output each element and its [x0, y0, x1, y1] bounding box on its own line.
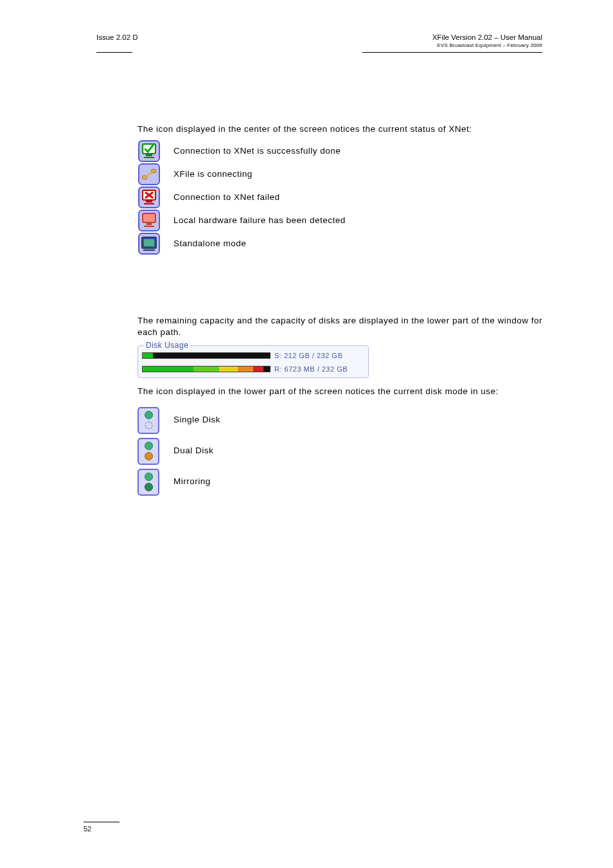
xnet-failed-icon — [138, 186, 161, 208]
disk-gauge-s — [142, 352, 271, 359]
status-intro-text: The icon displayed in the center of the … — [138, 123, 542, 135]
status-label: Standalone mode — [173, 238, 542, 249]
disk-usage-panel: Disk Usage S: 212 GB / 232 GB R: 6723 M — [138, 345, 369, 379]
disk-mode-label: Dual Disk — [173, 445, 542, 457]
hardware-failure-icon — [138, 210, 161, 231]
status-row-connecting: XFile is connecting — [138, 163, 542, 185]
svg-rect-11 — [144, 203, 154, 204]
disk-mode-label: Mirroring — [173, 476, 542, 487]
svg-rect-2 — [146, 154, 152, 156]
diskmode-intro-text: The icon displayed in the lower part of … — [138, 386, 542, 397]
doc-title: XFile Version 2.02 – User Manual — [432, 33, 542, 41]
page-header: Issue 2.02 D XFile Version 2.02 – User M… — [96, 33, 542, 48]
status-row-standalone: Standalone mode — [138, 233, 542, 255]
status-label: Local hardware failure has been detected — [173, 215, 542, 226]
disk-usage-row: R: 6723 MB / 232 GB — [142, 365, 364, 374]
disk-usage-value: R: 6723 MB / 232 GB — [274, 365, 348, 374]
svg-rect-10 — [146, 201, 152, 203]
disk-mode-single: Single Disk — [138, 407, 542, 434]
page-footer: 52 — [84, 822, 120, 833]
svg-rect-17 — [144, 226, 154, 227]
disk-usage-value: S: 212 GB / 232 GB — [274, 351, 342, 361]
xnet-connecting-icon — [138, 163, 161, 185]
svg-rect-21 — [143, 249, 155, 251]
capacity-intro-text: The remaining capacity and the capacity … — [138, 315, 542, 338]
page-content: The icon displayed in the center of the … — [96, 53, 542, 496]
status-row-failed: Connection to XNet failed — [138, 186, 542, 208]
disk-mode-dual: Dual Disk — [138, 438, 542, 465]
status-row-connected: Connection to XNet is successfully done — [138, 140, 542, 162]
svg-rect-3 — [144, 157, 154, 158]
disk-mode-list: Single Disk Dual Disk Mirroring — [138, 407, 542, 496]
status-label: XFile is connecting — [173, 168, 542, 180]
standalone-icon — [138, 233, 161, 255]
issue-label: Issue 2.02 D — [96, 33, 138, 41]
doc-subtitle: EVS Broadcast Equipment – February 2009 — [432, 42, 542, 48]
status-label: Connection to XNet failed — [173, 192, 542, 203]
status-label: Connection to XNet is successfully done — [173, 145, 542, 157]
status-icon-list: Connection to XNet is successfully done … — [138, 140, 542, 255]
disk-mode-mirroring: Mirroring — [138, 469, 542, 496]
status-row-hardware-failure: Local hardware failure has been detected — [138, 210, 542, 231]
single-disk-icon — [138, 407, 159, 434]
mirroring-icon — [138, 469, 159, 496]
disk-gauge-r — [142, 366, 271, 372]
dual-disk-icon — [138, 438, 159, 465]
svg-rect-16 — [147, 223, 152, 225]
xnet-connected-icon — [138, 140, 161, 162]
document-page: Issue 2.02 D XFile Version 2.02 – User M… — [0, 0, 613, 538]
disk-usage-row: S: 212 GB / 232 GB — [142, 351, 364, 361]
disk-usage-title: Disk Usage — [143, 340, 191, 350]
page-number: 52 — [84, 825, 120, 833]
svg-rect-20 — [144, 239, 154, 246]
disk-mode-label: Single Disk — [173, 414, 542, 426]
doc-title-block: XFile Version 2.02 – User Manual EVS Bro… — [432, 33, 542, 48]
svg-rect-15 — [143, 213, 155, 222]
